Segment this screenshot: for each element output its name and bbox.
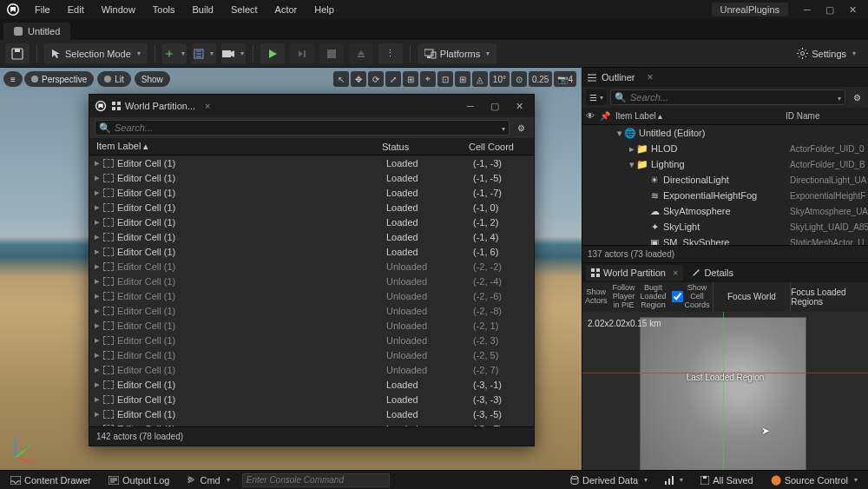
floatwin-maximize[interactable]: ▢: [485, 97, 504, 115]
floatwin-titlebar[interactable]: World Partition...× ─ ▢ ✕: [89, 95, 534, 117]
outliner-tab[interactable]: Outliner ×: [582, 68, 868, 87]
floatwin-minimize[interactable]: ─: [461, 97, 480, 115]
show-actors-button[interactable]: ShowActors: [582, 282, 610, 312]
viewport-tool-7[interactable]: ⊞: [455, 71, 470, 87]
wp-minimap[interactable]: 2.02x2.02x0.15 km Last Loaded Region ➤: [582, 312, 868, 470]
expand-arrow[interactable]: ▸: [95, 202, 103, 213]
viewport-tool-1[interactable]: ✥: [351, 71, 366, 87]
cell-row[interactable]: ▸Editor Cell (1)Loaded(-1, -5): [89, 170, 534, 185]
expand-arrow[interactable]: ▸: [628, 143, 636, 155]
expand-arrow[interactable]: ▸: [95, 349, 103, 360]
outliner-row[interactable]: ≋ExponentialHeightFogExponentialHeightF: [582, 188, 868, 203]
col-item-label[interactable]: Item Label ▴: [89, 141, 382, 152]
expand-arrow[interactable]: ▸: [95, 379, 103, 390]
viewport-tool-12[interactable]: 📷4: [554, 71, 576, 87]
menu-window[interactable]: Window: [93, 2, 144, 17]
cell-row[interactable]: ▸Editor Cell (1)Unloaded(-2, -6): [89, 288, 534, 303]
viewport-pill-lit[interactable]: Lit: [97, 71, 131, 87]
viewport-tool-5[interactable]: ⌖: [420, 71, 436, 87]
col-cell-coord[interactable]: Cell Coord: [469, 142, 534, 152]
floatwin-search-options[interactable]: [499, 122, 505, 133]
play-button[interactable]: [260, 43, 285, 64]
cinematics-dropdown[interactable]: [221, 43, 246, 64]
viewport-tool-4[interactable]: ⊞: [403, 71, 418, 87]
viewport-tool-9[interactable]: 10°: [490, 71, 510, 87]
viewport-tool-2[interactable]: ⟳: [368, 71, 384, 87]
expand-arrow[interactable]: ▸: [95, 408, 103, 420]
window-maximize-button[interactable]: ▢: [819, 2, 840, 17]
menu-file[interactable]: File: [26, 2, 59, 17]
output-log-button[interactable]: Output Log: [103, 473, 174, 487]
focus-world-button[interactable]: Focus World: [713, 282, 791, 312]
viewport-tool-10[interactable]: ⊙: [511, 71, 527, 87]
viewport-tool-11[interactable]: 0.25: [529, 71, 552, 87]
viewport-pill-perspective[interactable]: Perspective: [24, 71, 94, 87]
menu-tools[interactable]: Tools: [144, 2, 184, 17]
expand-arrow[interactable]: ▸: [95, 246, 103, 257]
cell-row[interactable]: ▸Editor Cell (1)Unloaded(-2, 1): [89, 318, 534, 333]
viewport-tool-8[interactable]: ◬: [472, 71, 488, 87]
stats-button[interactable]: [660, 474, 688, 486]
expand-arrow[interactable]: ▸: [95, 364, 103, 375]
outliner-row[interactable]: ▾📁LightingActorFolder_UID_B: [582, 156, 868, 172]
outliner-filter-button[interactable]: ☰: [586, 89, 607, 105]
console-command-input[interactable]: [242, 473, 390, 487]
details-tab[interactable]: Details: [687, 265, 739, 281]
viewport-tool-3[interactable]: ⤢: [385, 71, 401, 87]
cmd-dropdown[interactable]: ⫸ Cmd: [181, 472, 234, 487]
outliner-row[interactable]: ☀DirectionalLightDirectionalLight_UA: [582, 172, 868, 188]
expand-arrow[interactable]: ▸: [95, 261, 103, 272]
menu-actor[interactable]: Actor: [266, 2, 306, 17]
expand-arrow[interactable]: ▸: [95, 320, 103, 331]
selection-mode-dropdown[interactable]: Selection Mode: [44, 43, 148, 64]
expand-arrow[interactable]: ▸: [95, 231, 103, 242]
floatwin-search-input[interactable]: [115, 122, 496, 133]
viewport-menu-button[interactable]: ≡: [3, 71, 23, 87]
expand-arrow[interactable]: ▸: [95, 157, 103, 169]
window-close-button[interactable]: ✕: [842, 2, 863, 17]
save-button[interactable]: [5, 43, 30, 64]
floatwin-close[interactable]: ✕: [510, 97, 529, 115]
wp-tab[interactable]: World Partition ×: [586, 265, 683, 281]
cell-row[interactable]: ▸Editor Cell (1)Loaded(-1, 0): [89, 200, 534, 215]
floatwin-search[interactable]: 🔍: [95, 120, 510, 135]
expand-arrow[interactable]: ▸: [95, 172, 103, 183]
outliner-row[interactable]: ☁SkyAtmosphereSkyAtmosphere_UA: [582, 203, 868, 219]
expand-arrow[interactable]: ▸: [95, 334, 103, 346]
cell-row[interactable]: ▸Editor Cell (1)Loaded(-1, 4): [89, 229, 534, 244]
show-cell-coords-toggle[interactable]: ShowCellCoords: [669, 282, 713, 312]
expand-arrow[interactable]: ▸: [95, 216, 103, 228]
window-minimize-button[interactable]: ─: [797, 2, 818, 17]
settings-dropdown[interactable]: Settings: [790, 43, 863, 64]
expand-arrow[interactable]: ▸: [95, 290, 103, 301]
cell-row[interactable]: ▸Editor Cell (1)Loaded(-1, -3): [89, 155, 534, 170]
play-options-button[interactable]: ⋮: [378, 43, 403, 64]
outliner-search-input[interactable]: [630, 92, 832, 102]
blueprint-dropdown[interactable]: [192, 43, 216, 64]
menu-help[interactable]: Help: [306, 2, 343, 17]
cell-row[interactable]: ▸Editor Cell (1)Loaded(-3, -1): [89, 377, 534, 392]
outliner-search-options[interactable]: [835, 92, 841, 102]
content-drawer-button[interactable]: Content Drawer: [5, 473, 96, 487]
viewport-tool-6[interactable]: ⊡: [437, 71, 453, 87]
follow-player-button[interactable]: FollowPlayerin PIE: [610, 282, 638, 312]
unreal-plugins-button[interactable]: UnrealPlugins: [712, 3, 788, 17]
visibility-column-icon[interactable]: 👁: [582, 111, 598, 121]
cell-row[interactable]: ▸Editor Cell (1)Loaded(-1, 2): [89, 215, 534, 229]
col-status[interactable]: Status: [382, 142, 469, 152]
floatwin-tab-close[interactable]: ×: [205, 101, 210, 111]
outliner-row[interactable]: ✦SkyLightSkyLight_UAID_A85: [582, 219, 868, 235]
viewport-tool-0[interactable]: ↖: [333, 71, 349, 87]
add-content-button[interactable]: ＋: [162, 43, 187, 64]
outliner-row[interactable]: ▸📁HLODActorFolder_UID_0: [582, 141, 868, 156]
floatwin-settings-button[interactable]: ⚙: [513, 120, 529, 135]
focus-loaded-regions-button[interactable]: Focus Loaded Regions: [790, 282, 868, 312]
source-control-button[interactable]: ⬤ Source Control: [766, 472, 863, 487]
outliner-row[interactable]: ▣SM_SkySphereStaticMeshActor_U: [582, 235, 868, 245]
document-tab[interactable]: Untitled: [3, 23, 70, 40]
skip-button[interactable]: [290, 43, 314, 64]
menu-edit[interactable]: Edit: [59, 2, 93, 17]
outliner-row[interactable]: ▾🌐Untitled (Editor): [582, 125, 868, 141]
bugit-region-button[interactable]: BugItLoadedRegion: [638, 282, 669, 312]
cell-row[interactable]: ▸Editor Cell (1)Unloaded(-2, -2): [89, 259, 534, 274]
